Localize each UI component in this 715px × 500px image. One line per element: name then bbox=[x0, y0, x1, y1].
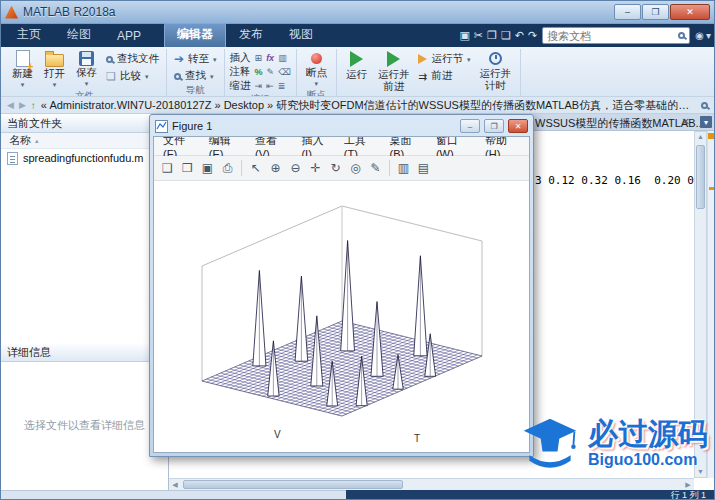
figure-window[interactable]: Figure 1 – ❐ ✕ 文件(F)编辑(E)查看(V)插入(I)工具(T)… bbox=[149, 114, 534, 457]
figure-maximize-button[interactable]: ❐ bbox=[484, 119, 504, 133]
ribbon: + 新建▾ 打开▾ 保存▾ 查找文件 ❏ bbox=[1, 47, 714, 97]
scroll-up-icon[interactable]: ▲ bbox=[695, 132, 706, 142]
smart-indent-icon[interactable]: ≣ bbox=[278, 81, 286, 91]
y-axis-label: V bbox=[274, 429, 281, 440]
redo-icon[interactable]: ↷ bbox=[528, 30, 537, 41]
name-column-header[interactable]: 名称▴ bbox=[1, 133, 168, 149]
scroll-left-icon[interactable]: ◀ bbox=[169, 479, 181, 490]
indicator-mark[interactable] bbox=[709, 187, 714, 190]
insert-row[interactable]: 插入 ⊞ fx ▥ bbox=[230, 51, 287, 64]
ribbon-tab-row: 主页绘图APP编辑器发布视图 ▣✂❐❏↶↷ ◉ ▾ bbox=[1, 24, 714, 47]
plot-3d[interactable]: V T bbox=[162, 181, 522, 451]
up-folder-icon[interactable]: ↑ bbox=[31, 100, 36, 111]
figure-minimize-button[interactable]: – bbox=[460, 119, 480, 133]
horizontal-scroll-thumb[interactable] bbox=[183, 480, 403, 489]
save-disk-icon bbox=[79, 51, 94, 66]
insert-colorbar-icon[interactable]: ▥ bbox=[394, 159, 413, 178]
zoom-out-icon[interactable]: ⊖ bbox=[286, 159, 305, 178]
tab-close-icon[interactable]: ✕ bbox=[682, 116, 690, 127]
new-script-button[interactable]: + 新建▾ bbox=[8, 49, 37, 89]
print-icon[interactable]: ⎙ bbox=[218, 159, 237, 178]
insert-function-icon[interactable]: fx bbox=[266, 53, 274, 63]
editor-tab[interactable]: WSSUS模型的传播函数MATLAB... bbox=[535, 116, 705, 131]
editor-dock-icon[interactable]: ▾ bbox=[700, 116, 712, 128]
figure-menubar: 文件(F)编辑(E)查看(V)插入(I)工具(T)桌面(B)窗口(W)帮助(H) bbox=[154, 137, 529, 156]
breadcrumb-path[interactable]: « Administrator.WIN7U-20180127Z » Deskto… bbox=[41, 98, 696, 113]
indent-left-icon[interactable]: ⇤ bbox=[266, 81, 274, 91]
ribbon-tab-视图[interactable]: 视图 bbox=[276, 23, 326, 47]
scroll-right-icon[interactable]: ▶ bbox=[682, 479, 694, 490]
vertical-scroll-thumb[interactable] bbox=[696, 145, 705, 209]
save-button[interactable]: 保存▾ bbox=[72, 49, 101, 88]
new-figure-icon[interactable]: ❑ bbox=[158, 159, 177, 178]
ribbon-tab-发布[interactable]: 发布 bbox=[226, 23, 276, 47]
wrap-comment-icon[interactable]: ⌫ bbox=[278, 67, 291, 77]
message-indicator-bar[interactable] bbox=[707, 131, 714, 478]
file-list: spreadingfunctionfudu.m bbox=[1, 149, 168, 343]
indicator-status-icon[interactable] bbox=[708, 133, 714, 139]
window-title: MATLAB R2018a bbox=[23, 5, 614, 19]
browse-folder-icon[interactable] bbox=[701, 102, 708, 109]
search-input[interactable] bbox=[547, 30, 675, 42]
comment-row[interactable]: 注释 % ✎ ⌫ bbox=[230, 65, 291, 78]
ribbon-tab-编辑器[interactable]: 编辑器 bbox=[164, 23, 226, 47]
paste-icon[interactable]: ❏ bbox=[501, 30, 511, 41]
maximize-button[interactable]: ❐ bbox=[642, 4, 669, 20]
copy-icon[interactable]: ❐ bbox=[487, 30, 497, 41]
insert-section-icon[interactable]: ⊞ bbox=[255, 53, 263, 63]
figure-title-bar[interactable]: Figure 1 – ❐ ✕ bbox=[153, 116, 530, 136]
comment-icon[interactable]: % bbox=[255, 67, 263, 77]
ribbon-group-run: 运行 运行并 前进 运行节▾ ⇉ 前进 bbox=[337, 49, 521, 96]
uncomment-icon[interactable]: ✎ bbox=[267, 67, 275, 77]
open-button[interactable]: 打开▾ bbox=[40, 49, 69, 89]
insert-legend-icon[interactable]: ▤ bbox=[414, 159, 433, 178]
chevron-down-icon[interactable]: ▾ bbox=[706, 30, 711, 41]
group-label-file: 文件 bbox=[8, 89, 161, 97]
indent-right-icon[interactable]: ⇥ bbox=[255, 81, 263, 91]
profile-icon[interactable]: ◉ bbox=[695, 30, 704, 41]
matlab-logo-icon bbox=[5, 6, 18, 19]
horizontal-scrollbar[interactable]: ◀ ▶ bbox=[169, 478, 694, 490]
breakpoints-button[interactable]: 断点▾ bbox=[302, 49, 331, 88]
run-button[interactable]: 运行 bbox=[342, 49, 371, 82]
ribbon-group-edit: 插入 ⊞ fx ▥ 注释 % ✎ ⌫ 缩进 ⇥ ⇤ ≣ 编辑 bbox=[225, 49, 297, 96]
details-placeholder: 选择文件以查看详细信息 bbox=[1, 362, 168, 490]
run-advance-button[interactable]: 运行并 前进 bbox=[374, 49, 414, 94]
file-row[interactable]: spreadingfunctionfudu.m bbox=[1, 149, 168, 167]
find-button[interactable]: 查找▾ bbox=[172, 69, 219, 83]
zoom-in-icon[interactable]: ⊕ bbox=[266, 159, 285, 178]
code-line[interactable]: 3 0.12 0.32 0.16 0.20 0.26 bbox=[535, 174, 714, 187]
advance-button[interactable]: ⇉ 前进 bbox=[416, 69, 472, 83]
search-icon[interactable] bbox=[678, 32, 685, 39]
open-file-icon[interactable]: ❒ bbox=[178, 159, 197, 178]
matlab-window: MATLAB R2018a – ❐ ✕ 主页绘图APP编辑器发布视图 ▣✂❐❏↶… bbox=[0, 0, 715, 500]
pan-icon[interactable]: ✛ bbox=[306, 159, 325, 178]
brush-icon[interactable]: ✎ bbox=[366, 159, 385, 178]
run-icon bbox=[350, 51, 363, 67]
x-axis-label: T bbox=[414, 433, 420, 444]
close-button[interactable]: ✕ bbox=[670, 4, 710, 20]
ribbon-tab-主页[interactable]: 主页 bbox=[4, 23, 54, 47]
minimize-button[interactable]: – bbox=[614, 4, 641, 20]
compare-button[interactable]: ❏ 比较▾ bbox=[104, 69, 161, 83]
rotate-3d-icon[interactable]: ↻ bbox=[326, 159, 345, 178]
figure-close-button[interactable]: ✕ bbox=[508, 119, 528, 133]
compare-icon: ❏ bbox=[106, 71, 116, 82]
run-section-button[interactable]: 运行节▾ bbox=[416, 52, 472, 66]
ribbon-tab-APP[interactable]: APP bbox=[104, 26, 154, 47]
cut-icon[interactable]: ✂ bbox=[474, 30, 483, 41]
run-time-button[interactable]: 运行并 计时 bbox=[475, 49, 515, 93]
forward-button[interactable]: ▶ bbox=[19, 100, 26, 110]
goto-button[interactable]: ➔ 转至▾ bbox=[172, 52, 219, 66]
insert-block-icon[interactable]: ▥ bbox=[278, 53, 287, 63]
back-button[interactable]: ◀ bbox=[7, 100, 14, 110]
data-cursor-icon[interactable]: ◎ bbox=[346, 159, 365, 178]
undo-icon[interactable]: ↶ bbox=[515, 30, 524, 41]
edit-plot-icon[interactable]: ↖ bbox=[246, 159, 265, 178]
ribbon-tab-绘图[interactable]: 绘图 bbox=[54, 23, 104, 47]
group-label-breakpoints: 断点 bbox=[302, 88, 331, 97]
save-figure-icon[interactable]: ▣ bbox=[198, 159, 217, 178]
save-icon[interactable]: ▣ bbox=[459, 30, 469, 41]
find-files-button[interactable]: 查找文件 bbox=[104, 52, 161, 66]
indent-row[interactable]: 缩进 ⇥ ⇤ ≣ bbox=[230, 79, 286, 92]
